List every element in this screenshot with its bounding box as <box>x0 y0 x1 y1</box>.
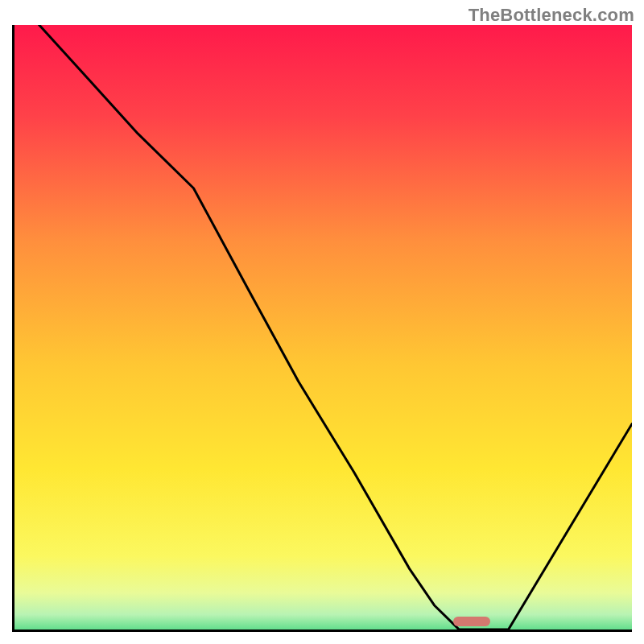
optimal-marker <box>453 617 490 626</box>
bottleneck-curve <box>14 25 632 630</box>
attribution-text: TheBottleneck.com <box>469 5 634 26</box>
chart-root: TheBottleneck.com <box>0 0 644 644</box>
plot-area <box>12 25 632 632</box>
